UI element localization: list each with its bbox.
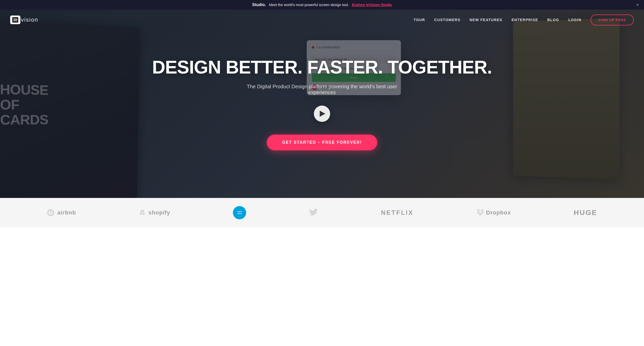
nav-item-new-features[interactable]: NEW FEATURES bbox=[470, 18, 502, 22]
huge-label: HUGE bbox=[574, 209, 597, 217]
salesforce-logo: salesforce bbox=[233, 206, 246, 219]
airbnb-label: airbnb bbox=[57, 209, 76, 216]
twitter-logo bbox=[309, 209, 318, 217]
nav-link-blog[interactable]: BLOG bbox=[547, 18, 559, 22]
navbar: in vision TOUR CUSTOMERS NEW FEATURES EN… bbox=[0, 10, 644, 30]
netflix-logo: NETFLIX bbox=[381, 209, 414, 216]
hero-subheadline: The Digital Product Design platform powe… bbox=[233, 84, 411, 95]
dropbox-icon bbox=[477, 209, 484, 216]
logo-in: in bbox=[12, 17, 18, 23]
twitter-icon bbox=[309, 209, 318, 217]
get-started-button[interactable]: GET STARTED – FREE FOREVER! bbox=[267, 135, 377, 150]
announcement-bar: Studio. Meet the world's most powerful s… bbox=[0, 0, 644, 10]
nav-links: TOUR CUSTOMERS NEW FEATURES ENTERPRISE B… bbox=[414, 18, 582, 22]
logo-box: in bbox=[10, 16, 20, 24]
nav-item-login[interactable]: LOGIN bbox=[568, 18, 582, 22]
huge-logo: HUGE bbox=[574, 209, 597, 217]
nav-link-tour[interactable]: TOUR bbox=[414, 18, 425, 22]
dropbox-label: Dropbox bbox=[486, 209, 511, 216]
hero-section: HOUSEOFCARDS t a conversation Hey can we… bbox=[0, 10, 644, 198]
studio-logo: Studio. bbox=[252, 3, 266, 7]
invision-logo[interactable]: in vision bbox=[10, 16, 38, 24]
nav-item-blog[interactable]: BLOG bbox=[547, 18, 559, 22]
dropbox-logo: Dropbox bbox=[477, 209, 511, 216]
nav-link-customers[interactable]: CUSTOMERS bbox=[434, 18, 460, 22]
nav-link-login[interactable]: LOGIN bbox=[568, 18, 582, 22]
shopify-icon bbox=[139, 209, 146, 216]
hero-content: DESIGN BETTER. FASTER. TOGETHER. The Dig… bbox=[0, 30, 644, 198]
studio-label: Studio. bbox=[252, 3, 266, 7]
hero-headline: DESIGN BETTER. FASTER. TOGETHER. bbox=[152, 57, 492, 77]
salesforce-badge: salesforce bbox=[233, 206, 246, 219]
announcement-tagline: Meet the world's most powerful screen de… bbox=[269, 3, 349, 7]
signup-button[interactable]: SIGN UP FREE bbox=[591, 15, 634, 25]
netflix-label: NETFLIX bbox=[381, 209, 414, 216]
airbnb-icon bbox=[47, 209, 55, 217]
airbnb-logo: airbnb bbox=[47, 209, 76, 217]
shopify-logo: shopify bbox=[139, 209, 170, 216]
play-video-button[interactable] bbox=[314, 106, 330, 122]
nav-item-enterprise[interactable]: ENTERPRISE bbox=[512, 18, 538, 22]
nav-item-tour[interactable]: TOUR bbox=[414, 18, 425, 22]
close-announcement-button[interactable]: × bbox=[636, 3, 639, 7]
logo-vision-text: vision bbox=[21, 17, 38, 23]
shopify-label: shopify bbox=[148, 209, 170, 216]
nav-link-new-features[interactable]: NEW FEATURES bbox=[470, 18, 502, 22]
logos-bar: airbnb shopify salesforce NETFLIX Dropbo… bbox=[0, 198, 644, 227]
nav-item-customers[interactable]: CUSTOMERS bbox=[434, 18, 460, 22]
nav-link-enterprise[interactable]: ENTERPRISE bbox=[512, 18, 538, 22]
explore-invision-studio-link[interactable]: Explore InVision Studio bbox=[352, 3, 392, 7]
play-icon bbox=[320, 111, 325, 117]
